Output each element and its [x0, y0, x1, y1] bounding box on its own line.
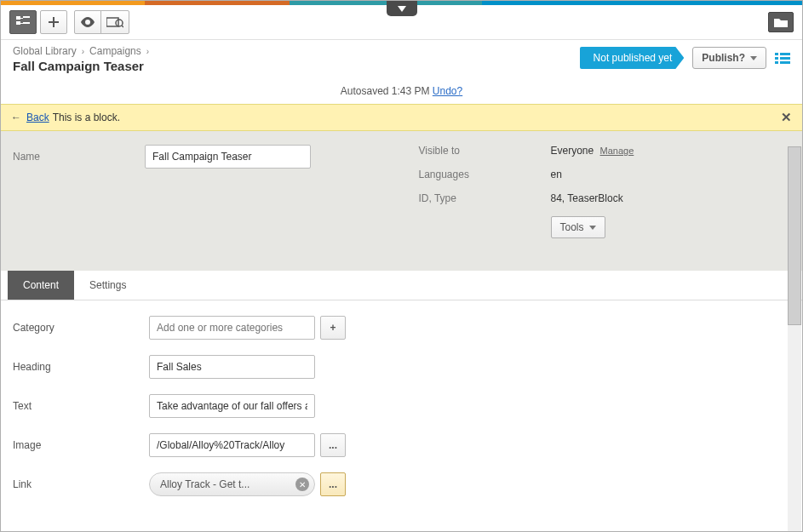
svg-rect-7: [49, 21, 59, 23]
back-arrow-icon: ←: [11, 112, 21, 123]
svg-rect-5: [20, 23, 23, 24]
languages-value: en: [551, 169, 562, 180]
svg-point-9: [116, 20, 123, 26]
svg-rect-3: [23, 22, 30, 24]
visible-to-label: Visible to: [419, 145, 551, 157]
preview-button[interactable]: [74, 10, 101, 34]
link-browse-button[interactable]: ...: [320, 472, 346, 496]
breadcrumb-section[interactable]: Campaigns: [89, 45, 141, 57]
add-button[interactable]: [40, 10, 67, 34]
image-label: Image: [13, 439, 149, 451]
publish-status-badge: Not published yet: [580, 47, 685, 69]
info-banner: ← Back This is a block. ✕: [1, 104, 802, 131]
svg-rect-0: [16, 16, 20, 20]
scrollbar[interactable]: [788, 146, 801, 531]
autosave-text: Autosaved 1:43 PM: [341, 85, 430, 97]
id-type-label: ID, Type: [419, 192, 551, 204]
image-input[interactable]: [149, 433, 315, 457]
close-icon[interactable]: ✕: [781, 110, 792, 125]
text-input[interactable]: [149, 394, 315, 418]
svg-rect-1: [23, 16, 30, 18]
publish-button[interactable]: Publish?: [692, 47, 766, 69]
chevron-down-icon: [750, 56, 757, 60]
tab-content[interactable]: Content: [8, 271, 74, 300]
content-form: Category + Heading Text Image ... Link A…: [1, 300, 802, 522]
id-type-value: 84, TeaserBlock: [551, 192, 623, 204]
remove-link-icon[interactable]: ✕: [295, 478, 309, 491]
undo-link[interactable]: Undo?: [433, 85, 462, 97]
link-chip[interactable]: Alloy Track - Get t... ✕: [149, 472, 315, 496]
nav-tree-button[interactable]: [9, 10, 37, 34]
name-label: Name: [13, 151, 145, 163]
image-browse-button[interactable]: ...: [320, 433, 346, 457]
manage-visibility-link[interactable]: Manage: [600, 146, 634, 156]
name-input[interactable]: [145, 145, 311, 169]
chevron-down-icon: [589, 226, 596, 230]
tools-button-label: Tools: [560, 221, 584, 233]
tab-settings[interactable]: Settings: [74, 271, 141, 300]
top-menu-dropdown[interactable]: [387, 1, 417, 16]
scrollbar-thumb[interactable]: [788, 146, 801, 325]
breadcrumb-root[interactable]: Global Library: [13, 45, 77, 57]
heading-input[interactable]: [149, 355, 315, 379]
svg-rect-2: [16, 21, 20, 25]
publish-button-label: Publish?: [702, 52, 745, 64]
languages-label: Languages: [419, 169, 551, 180]
metadata-panel: Name Visible to Everyone Manage Language…: [1, 131, 802, 271]
svg-line-10: [122, 26, 123, 27]
info-banner-text: This is a block.: [53, 112, 120, 123]
compare-view-button[interactable]: [100, 10, 129, 34]
back-link[interactable]: Back: [26, 112, 49, 123]
text-label: Text: [13, 400, 149, 412]
page-header: Global Library › Campaigns › Fall Campai…: [1, 40, 802, 85]
autosave-status: Autosaved 1:43 PM Undo?: [1, 85, 802, 104]
heading-label: Heading: [13, 361, 149, 373]
options-list-icon[interactable]: [775, 53, 790, 64]
link-label: Link: [13, 478, 149, 490]
category-label: Category: [13, 322, 149, 334]
visible-to-value: Everyone: [551, 145, 594, 157]
add-category-button[interactable]: +: [320, 316, 346, 340]
svg-rect-4: [20, 18, 23, 19]
assets-panel-button[interactable]: [768, 12, 794, 32]
editor-tabs: Content Settings: [1, 271, 802, 300]
tools-button[interactable]: Tools: [551, 216, 605, 238]
category-input[interactable]: [149, 316, 315, 340]
link-chip-text: Alloy Track - Get t...: [160, 478, 290, 490]
